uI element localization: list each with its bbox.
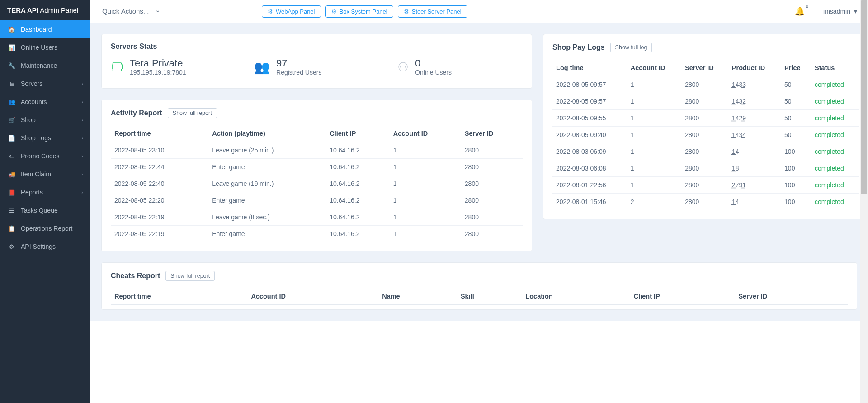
- scrollbar[interactable]: [860, 0, 868, 403]
- product-link[interactable]: 1433: [732, 81, 746, 88]
- column-header: Location: [522, 288, 630, 305]
- user-menu[interactable]: imsadmin ▾: [823, 8, 857, 15]
- webapp-panel-button[interactable]: ⚙WebApp Panel: [262, 5, 321, 18]
- table-cell: 1: [390, 192, 461, 209]
- nav-icon: 🏠: [7, 26, 16, 33]
- divider: [814, 6, 814, 16]
- table-row: 2022-08-05 22:40Leave game (19 min.)10.6…: [111, 175, 523, 192]
- sidebar-item-accounts[interactable]: 👥Accounts›: [0, 93, 90, 111]
- sidebar-item-label: Online Users: [21, 44, 57, 51]
- table-cell: completed: [811, 76, 859, 93]
- product-link[interactable]: 14: [732, 148, 739, 155]
- status-badge: completed: [815, 181, 844, 189]
- table-cell: 100: [781, 143, 811, 160]
- table-cell: 50: [781, 110, 811, 127]
- product-link[interactable]: 1434: [732, 131, 746, 138]
- sidebar-item-promo-codes[interactable]: 🏷Promo Codes›: [0, 147, 90, 165]
- product-link[interactable]: 18: [732, 165, 739, 172]
- notifications-button[interactable]: 🔔 0: [795, 6, 805, 16]
- activity-report-card: Activity Report Show full report Report …: [101, 100, 532, 251]
- sidebar-item-item-claim[interactable]: 🚚Item Claim›: [0, 165, 90, 183]
- brand[interactable]: TERA API Admin Panel: [0, 0, 90, 20]
- table-cell: 2800: [681, 110, 728, 127]
- table-row: 2022-08-03 06:081280018100completed: [552, 160, 859, 177]
- column-header: Name: [378, 288, 457, 305]
- main: Quick Actions... ⚙WebApp Panel⚙Box Syste…: [90, 0, 868, 403]
- table-row: 2022-08-05 22:19Enter game10.64.16.21280…: [111, 226, 523, 242]
- nav-icon: 👥: [7, 99, 16, 105]
- table-cell: Leave game (25 min.): [208, 142, 326, 159]
- box-system-panel-button[interactable]: ⚙Box System Panel: [326, 5, 393, 18]
- sidebar-item-api-settings[interactable]: ⚙API Settings: [0, 237, 90, 256]
- table-cell: completed: [811, 93, 859, 110]
- table-cell: Leave game (19 min.): [208, 175, 326, 192]
- cheats-full-report-button[interactable]: Show full report: [165, 271, 215, 281]
- button-label: Box System Panel: [340, 8, 387, 15]
- status-badge: completed: [815, 114, 844, 122]
- sidebar-item-servers[interactable]: 🖥Servers›: [0, 75, 90, 93]
- table-cell: completed: [811, 110, 859, 127]
- nav-icon: 🏷: [7, 153, 16, 160]
- shop-full-log-button[interactable]: Show full log: [610, 43, 652, 52]
- product-link[interactable]: 1432: [732, 98, 746, 105]
- quick-actions-wrap: Quick Actions...: [101, 5, 162, 18]
- status-badge: completed: [815, 98, 844, 105]
- table-cell: 1433: [728, 76, 781, 93]
- quick-actions-select[interactable]: Quick Actions...: [101, 5, 162, 18]
- table-cell: 10.64.16.2: [326, 209, 389, 226]
- sidebar-item-label: Tasks Queue: [21, 207, 58, 214]
- table-cell: 1434: [728, 127, 781, 143]
- table-row: 2022-08-05 22:20Enter game10.64.16.21280…: [111, 192, 523, 209]
- table-cell: 2022-08-01 15:46: [552, 194, 627, 210]
- sidebar-item-label: Item Claim: [21, 171, 51, 178]
- column-header: Skill: [457, 288, 522, 305]
- col-left: Servers Stats 🖵 Tera Private 195.195.19.…: [101, 34, 532, 251]
- sidebar-item-label: Servers: [21, 80, 42, 87]
- table-cell: 10.64.16.2: [326, 192, 389, 209]
- table-cell: 2022-08-05 22:19: [111, 226, 208, 242]
- brand-bold: TERA API: [7, 6, 38, 14]
- product-link[interactable]: 14: [732, 198, 739, 205]
- online-label: Online Users: [415, 69, 452, 76]
- table-cell: 2800: [681, 143, 728, 160]
- sidebar-item-shop[interactable]: 🛒Shop›: [0, 111, 90, 129]
- table-cell: completed: [811, 194, 859, 210]
- sidebar-item-label: Operations Report: [21, 225, 72, 232]
- product-link[interactable]: 1429: [732, 114, 746, 122]
- table-cell: 1: [627, 93, 681, 110]
- sidebar-item-shop-logs[interactable]: 📄Shop Logs›: [0, 129, 90, 147]
- nav-icon: ☰: [7, 207, 16, 214]
- shop-title: Shop Pay Logs: [552, 43, 605, 52]
- table-row: 2022-08-05 09:5712800143250completed: [552, 93, 859, 110]
- scrollbar-thumb[interactable]: [861, 0, 867, 194]
- product-link[interactable]: 2791: [732, 181, 746, 189]
- table-cell: Leave game (8 sec.): [208, 209, 326, 226]
- cheats-table: Report timeAccount IDNameSkillLocationCl…: [111, 288, 848, 305]
- table-cell: 2: [627, 194, 681, 210]
- table-cell: 1: [627, 160, 681, 177]
- sidebar-item-reports[interactable]: 📕Reports›: [0, 183, 90, 201]
- table-cell: 1: [627, 177, 681, 194]
- nav-icon: 🚚: [7, 171, 16, 178]
- table-row: 2022-08-05 22:44Enter game10.64.16.21280…: [111, 159, 523, 175]
- table-cell: 10.64.16.2: [326, 142, 389, 159]
- sidebar-item-online-users[interactable]: 📊Online Users: [0, 38, 90, 57]
- servers-stats-card: Servers Stats 🖵 Tera Private 195.195.19.…: [101, 34, 532, 89]
- table-cell: 2022-08-05 23:10: [111, 142, 208, 159]
- table-cell: 2800: [461, 175, 523, 192]
- column-header: Status: [811, 60, 859, 76]
- sidebar-item-tasks-queue[interactable]: ☰Tasks Queue: [0, 201, 90, 219]
- table-cell: 2022-08-03 06:09: [552, 143, 627, 160]
- sidebar-item-maintenance[interactable]: 🔧Maintenance: [0, 57, 90, 75]
- table-cell: 1: [627, 127, 681, 143]
- table-cell: 100: [781, 194, 811, 210]
- sidebar-item-dashboard[interactable]: 🏠Dashboard: [0, 20, 90, 38]
- column-header: Server ID: [735, 288, 848, 305]
- table-cell: 2022-08-05 22:19: [111, 209, 208, 226]
- sidebar-item-operations-report[interactable]: 📋Operations Report: [0, 219, 90, 237]
- activity-full-report-button[interactable]: Show full report: [168, 108, 217, 118]
- chevron-right-icon: ›: [81, 99, 83, 104]
- topbar: Quick Actions... ⚙WebApp Panel⚙Box Syste…: [90, 0, 868, 23]
- steer-server-panel-button[interactable]: ⚙Steer Server Panel: [398, 5, 467, 18]
- table-row: 2022-08-05 23:10Leave game (25 min.)10.6…: [111, 142, 523, 159]
